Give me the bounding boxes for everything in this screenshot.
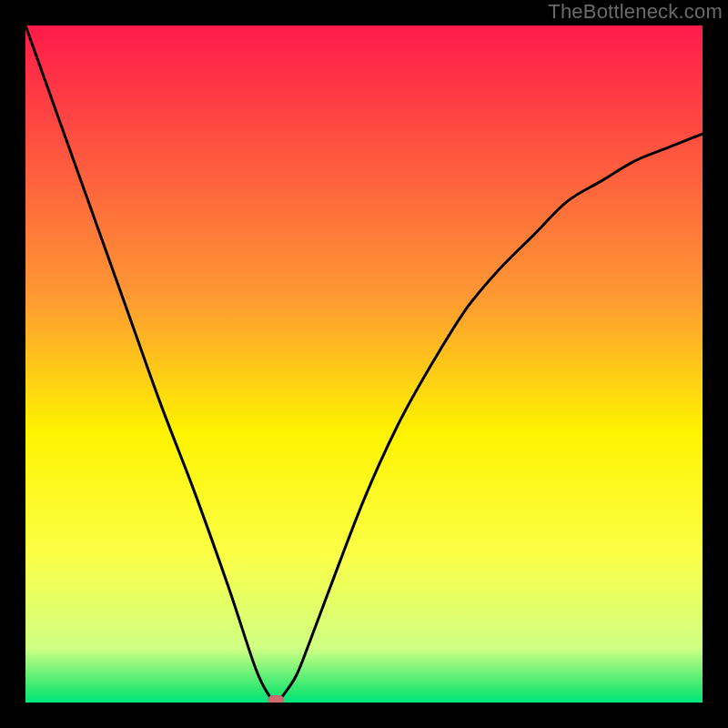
- chart-background: [25, 25, 703, 703]
- optimal-point-marker: [268, 695, 284, 703]
- chart-frame: TheBottleneck.com: [0, 0, 728, 728]
- watermark-text: TheBottleneck.com: [548, 0, 723, 24]
- bottleneck-chart: [25, 25, 703, 703]
